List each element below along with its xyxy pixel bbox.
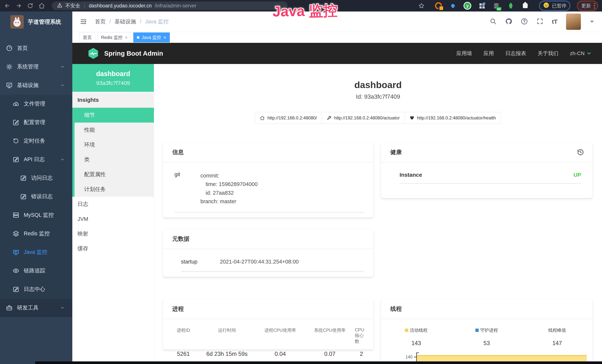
- history-icon[interactable]: [577, 149, 584, 156]
- sba-nav-applications[interactable]: 应用: [484, 50, 494, 57]
- sba-side-item-config-props[interactable]: 配置属性: [72, 167, 154, 182]
- sba-instance-header: dashboard 93a3fc7f7409: [72, 64, 154, 92]
- sba-side-item-scheduled-tasks[interactable]: 计划任务: [72, 182, 154, 197]
- caret-down-icon[interactable]: [590, 21, 594, 23]
- table-row: startup 2021-04-27T00:44:31.254+08:00: [181, 259, 364, 272]
- briefcase-icon: [6, 304, 13, 311]
- sidebar-item-label: 定时任务: [24, 137, 45, 145]
- threads-chart: 140 120 100: [381, 353, 592, 364]
- search-icon[interactable]: [490, 18, 497, 26]
- sba-nav-journal[interactable]: 日志报表: [505, 50, 526, 57]
- address-bar[interactable]: 不安全 dashboard.yudao.iocoder.cn/infra/adm…: [52, 1, 288, 10]
- sidebar-item-system[interactable]: 系统管理: [0, 57, 72, 76]
- sidebar-item-dev-tools[interactable]: 研发工具: [0, 299, 72, 317]
- sidebar-item-api-log[interactable]: API 日志: [0, 150, 72, 169]
- sidebar-item-mysql-monitor[interactable]: MySQL 监控: [0, 206, 72, 224]
- sba-side-item-caches[interactable]: 缓存: [72, 241, 154, 256]
- git-branch-line: branch: master: [200, 197, 258, 206]
- home-icon[interactable]: [39, 3, 45, 9]
- paused-extension-badge[interactable]: 已暂停: [539, 1, 570, 11]
- sidebar-item-home[interactable]: 首页: [0, 39, 72, 57]
- user-avatar[interactable]: [566, 13, 581, 30]
- help-icon[interactable]: [521, 18, 528, 26]
- tab-java-monitor[interactable]: Java 监控: [133, 32, 170, 43]
- sidebar-item-infra[interactable]: 基础设施: [0, 76, 72, 95]
- sba-language-select[interactable]: zh-CN: [570, 50, 592, 56]
- github-icon[interactable]: [505, 18, 512, 26]
- info-card-header: 信息: [163, 142, 373, 162]
- extension-icon-2[interactable]: [463, 2, 471, 10]
- sba-brand-title[interactable]: Spring Boot Admin: [104, 50, 163, 57]
- breadcrumb-infra[interactable]: 基础设施: [115, 18, 145, 25]
- sidebar-item-label: 链路追踪: [24, 267, 45, 274]
- info-card-title: 信息: [172, 148, 184, 156]
- close-icon[interactable]: [163, 35, 166, 40]
- health-url-button[interactable]: http://192.168.0.2:48080/actuator/health: [405, 112, 501, 124]
- legend-item-live: 活动线程: [405, 327, 428, 333]
- screen-icon: [13, 249, 19, 256]
- sba-side-item-metrics[interactable]: 性能: [72, 123, 154, 137]
- sidebar-item-tracing[interactable]: 链路追踪: [0, 261, 72, 280]
- hamburger-icon[interactable]: [80, 18, 87, 25]
- extension-grid-icon[interactable]: [478, 2, 486, 10]
- sidebar-item-config-manage[interactable]: 配置管理: [0, 113, 72, 132]
- chevron-down-icon: [60, 64, 65, 69]
- actuator-url-button[interactable]: http://192.168.0.2:48080/actuator: [322, 112, 405, 124]
- browser-menu-icon[interactable]: [594, 3, 595, 9]
- sba-side-item-classes[interactable]: 类: [72, 152, 154, 167]
- sidebar-item-java-monitor[interactable]: Java 监控: [0, 243, 72, 261]
- fullscreen-icon[interactable]: [536, 18, 543, 26]
- tab-label: 首页: [83, 34, 92, 40]
- navbar-tools: tT: [490, 13, 594, 30]
- threads-legend-values: 143 53 147: [381, 340, 592, 347]
- sba-side-item-mappings[interactable]: 映射: [72, 226, 154, 241]
- sba-side-item-details[interactable]: 细节: [72, 108, 154, 123]
- sba-side-item-logs[interactable]: 日志: [72, 197, 154, 212]
- sidebar-item-redis-monitor[interactable]: Redis 监控: [0, 224, 72, 243]
- extension-puzzle-icon[interactable]: [521, 2, 529, 10]
- app-logo[interactable]: 芋道管理系统: [0, 11, 72, 32]
- service-url-button[interactable]: http://192.168.0.2:48080/: [255, 112, 322, 124]
- chevron-down-icon: [586, 51, 592, 56]
- eye-icon: [13, 268, 19, 274]
- bookmark-star-icon[interactable]: [418, 3, 425, 9]
- sidebar-item-label: 日志中心: [24, 286, 45, 293]
- tab-redis-monitor[interactable]: Redis 监控: [97, 32, 131, 43]
- sidebar-item-log-center[interactable]: 日志中心: [0, 280, 72, 299]
- sidebar-item-scheduled-jobs[interactable]: 定时任务: [0, 132, 72, 150]
- update-button[interactable]: 更新: [577, 1, 598, 11]
- table-row[interactable]: Instance UP: [399, 172, 581, 183]
- dashboard-icon: [6, 45, 13, 52]
- col-header-process-cpu: 进程CPU使用率: [264, 327, 296, 344]
- info-row-value: commit: time: 1596289704000 id: 27aa832 …: [200, 171, 258, 206]
- extension-icon-1[interactable]: [435, 2, 442, 10]
- sidebar-item-file-manage[interactable]: 文件管理: [0, 95, 72, 113]
- back-icon[interactable]: [4, 3, 10, 9]
- text-size-icon[interactable]: tT: [552, 18, 558, 25]
- log-edit-icon: [20, 175, 27, 181]
- sba-instance-id: 93a3fc7f7409: [72, 80, 154, 86]
- service-url-label: http://192.168.0.2:48080/: [267, 115, 317, 120]
- close-icon[interactable]: [125, 35, 128, 40]
- sba-side-item-jvm[interactable]: JVM: [72, 212, 154, 226]
- sba-side-item-environment[interactable]: 环境: [72, 137, 154, 152]
- breadcrumb-home[interactable]: 首页: [95, 18, 115, 25]
- legend-label: 守护进程: [480, 327, 498, 333]
- reload-icon[interactable]: [27, 3, 33, 9]
- paused-badge-label: 已暂停: [552, 3, 566, 9]
- extension-pin-icon[interactable]: [449, 2, 457, 10]
- extension-leaf-icon[interactable]: [507, 2, 515, 10]
- page-title: dashboard: [154, 80, 602, 90]
- forward-icon[interactable]: [16, 3, 22, 9]
- git-time-line: time: 1596289704000: [200, 180, 258, 188]
- extension-on-icon[interactable]: [493, 2, 500, 10]
- sba-nav-wallboard[interactable]: 应用墙: [456, 50, 472, 57]
- monitor-chart-icon: [6, 82, 13, 89]
- sba-nav-about[interactable]: 关于我们: [538, 50, 559, 57]
- sidebar-item-error-log[interactable]: 错误日志: [0, 187, 72, 206]
- process-card-title: 进程: [172, 305, 184, 313]
- sidebar-item-access-log[interactable]: 访问日志: [0, 169, 72, 187]
- tab-home[interactable]: 首页: [79, 32, 95, 43]
- cards-area: 信息 git commit: time: 1596289704000 id: 2…: [163, 142, 592, 364]
- tags-view-bar: 首页 Redis 监控 Java 监控: [72, 32, 602, 43]
